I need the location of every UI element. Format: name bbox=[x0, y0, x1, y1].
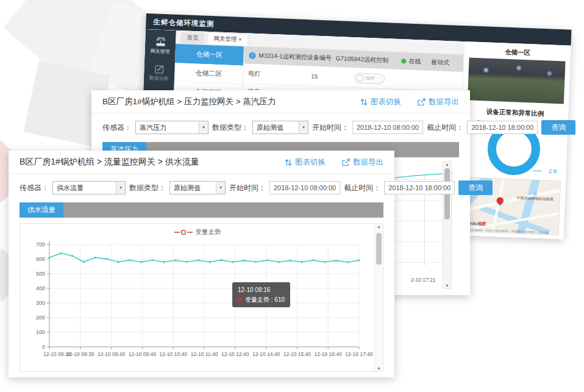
sidebar-item-label: 网关管理 bbox=[150, 49, 169, 54]
query-button[interactable]: 查询 bbox=[541, 120, 575, 135]
donut-title: 设备正常和异常比例 bbox=[467, 107, 563, 119]
toggle-state: OFF bbox=[366, 75, 375, 81]
query-button[interactable]: 查询 bbox=[458, 180, 493, 195]
chart-switch-label: 图表切换 bbox=[295, 157, 326, 168]
svg-text:400: 400 bbox=[36, 285, 45, 291]
sensor-label: 传感器： bbox=[102, 123, 132, 133]
data-export-button[interactable]: 数据导出 bbox=[417, 97, 459, 107]
chevron-down-icon: ▾ bbox=[116, 182, 125, 194]
data-export-button[interactable]: 数据导出 bbox=[341, 157, 383, 168]
chart-switch-button[interactable]: 图表切换 bbox=[285, 157, 326, 168]
tab-water-flow[interactable]: 供水流量 bbox=[20, 202, 63, 218]
tooltip-value: 变量走势 : 610 bbox=[245, 296, 285, 303]
breadcrumb: B区厂房1#锅炉机组 > 压力监控网关 > 蒸汽压力 bbox=[102, 96, 276, 107]
end-time-label: 截止时间： bbox=[344, 183, 380, 193]
device-mode: 被动式 bbox=[431, 58, 459, 68]
series-dot-icon bbox=[238, 298, 242, 302]
scroll-thumb[interactable] bbox=[376, 233, 382, 265]
axis-tick-label: 2-10 17:21 bbox=[411, 277, 436, 283]
remote-control-label[interactable]: 远程控制 bbox=[364, 55, 402, 65]
start-time-input[interactable]: 2018-12-10 08:00:00 bbox=[352, 121, 423, 134]
scroll-up-icon[interactable]: ▲ bbox=[445, 162, 449, 166]
end-time-input[interactable]: 2018-12-10 18:00:00 bbox=[467, 121, 538, 134]
sensor-label: 传感器： bbox=[20, 183, 49, 193]
analysis-icon bbox=[154, 64, 165, 75]
legend-label: 变量走势 bbox=[196, 228, 221, 237]
export-icon bbox=[341, 159, 350, 166]
map-poi-label: ◎ 中国传感网国际创新园 bbox=[516, 191, 554, 202]
svg-text:0: 0 bbox=[42, 344, 45, 350]
normal-label: 正常 bbox=[548, 169, 557, 176]
flow-chart-card: 变量走势 010020030040050060070012-10 08:1612… bbox=[20, 223, 383, 372]
scroll-up-icon[interactable]: ▲ bbox=[377, 224, 381, 229]
svg-text:100: 100 bbox=[36, 329, 45, 335]
legend-marker-icon bbox=[174, 229, 193, 235]
flow-line-chart[interactable]: 010020030040050060070012-10 08:1612-10 0… bbox=[20, 238, 375, 368]
chevron-down-icon: ▾ bbox=[199, 121, 208, 134]
svg-text:12-10 15:40: 12-10 15:40 bbox=[283, 351, 312, 357]
power-icon bbox=[357, 74, 363, 81]
sidebar-item-数据分析[interactable]: 数据分析 bbox=[149, 63, 169, 81]
device-info-icon: i bbox=[249, 52, 255, 59]
light-name: 电灯 bbox=[248, 69, 311, 80]
svg-text:12-10 09:40: 12-10 09:40 bbox=[129, 351, 157, 357]
chart-switch-button[interactable]: 图表切换 bbox=[360, 97, 401, 107]
zone-item[interactable]: 仓储一区 bbox=[175, 44, 244, 65]
gateway-icon bbox=[154, 37, 166, 48]
light-value: 15 bbox=[311, 73, 354, 81]
svg-text:12-10 12:40: 12-10 12:40 bbox=[221, 351, 249, 357]
svg-text:12-10 17:40: 12-10 17:40 bbox=[345, 351, 373, 357]
svg-text:500: 500 bbox=[36, 271, 45, 277]
svg-text:12-10 11:40: 12-10 11:40 bbox=[191, 351, 218, 357]
svg-text:12-10 08:40: 12-10 08:40 bbox=[98, 351, 126, 357]
chart-legend[interactable]: 变量走势 bbox=[20, 228, 375, 237]
svg-text:300: 300 bbox=[36, 300, 45, 306]
photo-title: 仓储一区 bbox=[469, 46, 566, 59]
chart-tooltip: 12-10 08:16 变量走势 : 610 bbox=[232, 282, 290, 307]
svg-text:200: 200 bbox=[36, 315, 45, 321]
end-time-input[interactable]: 2018-12-10 18:00:00 bbox=[384, 181, 455, 194]
sensor-select[interactable]: 供水流量▾ bbox=[52, 181, 126, 194]
normal-leader-line bbox=[533, 171, 542, 172]
svg-text:600: 600 bbox=[36, 256, 45, 262]
svg-text:700: 700 bbox=[36, 241, 45, 248]
tab-gateway[interactable]: 网关管理 × bbox=[207, 32, 249, 46]
data-type-select[interactable]: 原始测值▾ bbox=[169, 181, 226, 194]
chart-switch-icon bbox=[360, 98, 368, 106]
chart-switch-icon bbox=[285, 159, 292, 166]
flow-monitor-window: B区厂房1#锅炉机组 > 流量监控网关 > 供水流量 图表切换 数据导出 传感器… bbox=[9, 151, 394, 377]
device-code: G7105942 bbox=[335, 55, 364, 63]
warehouse-photo bbox=[468, 57, 566, 104]
end-time-label: 截止时间： bbox=[427, 123, 463, 133]
tooltip-time: 12-10 08:16 bbox=[238, 285, 285, 295]
tab-home[interactable]: 首页 bbox=[180, 32, 205, 44]
svg-text:12-10 10:40: 12-10 10:40 bbox=[160, 351, 188, 357]
chart-tab-bar: 供水流量 bbox=[20, 202, 383, 218]
scroll-down-icon[interactable]: ▼ bbox=[445, 283, 449, 288]
device-code-label: 设备编号 bbox=[307, 54, 332, 62]
svg-text:12-10 16:40: 12-10 16:40 bbox=[315, 351, 343, 357]
device-ratio-card: 设备正常和异常比例 异常 正常 bbox=[465, 105, 563, 175]
start-time-label: 开始时间： bbox=[229, 183, 266, 193]
sidebar-item-网关管理[interactable]: 网关管理 bbox=[150, 37, 170, 54]
online-status: 在线 bbox=[408, 57, 421, 66]
start-time-label: 开始时间： bbox=[312, 123, 349, 133]
device-name: M3314-1远程测控 bbox=[258, 51, 307, 62]
export-icon bbox=[417, 98, 426, 106]
sidebar-item-label: 数据分析 bbox=[149, 76, 169, 81]
data-type-select[interactable]: 原始测值▾ bbox=[252, 121, 308, 134]
chart-switch-label: 图表切换 bbox=[371, 97, 401, 107]
type-label: 数据类型： bbox=[129, 183, 166, 193]
scroll-down-icon[interactable]: ▼ bbox=[377, 366, 381, 371]
svg-text:12-10 14:40: 12-10 14:40 bbox=[252, 351, 280, 357]
data-export-label: 数据导出 bbox=[429, 97, 459, 107]
svg-text:12-10 08:36: 12-10 08:36 bbox=[66, 351, 94, 357]
breadcrumb: B区厂房1#锅炉机组 > 流量监控网关 > 供水流量 bbox=[20, 157, 199, 168]
right-panel: 仓储一区 设备正常和异常比例 异常 正常 bbox=[457, 41, 571, 239]
chevron-down-icon: ▾ bbox=[216, 182, 225, 194]
start-time-input[interactable]: 2018-12-10 08:00:00 bbox=[269, 181, 340, 194]
online-status-icon bbox=[401, 59, 406, 63]
zone-item[interactable]: 仓储二区 bbox=[174, 63, 243, 84]
light-toggle[interactable]: OFF bbox=[354, 73, 385, 84]
sensor-select[interactable]: 蒸汽压力▾ bbox=[135, 121, 208, 134]
